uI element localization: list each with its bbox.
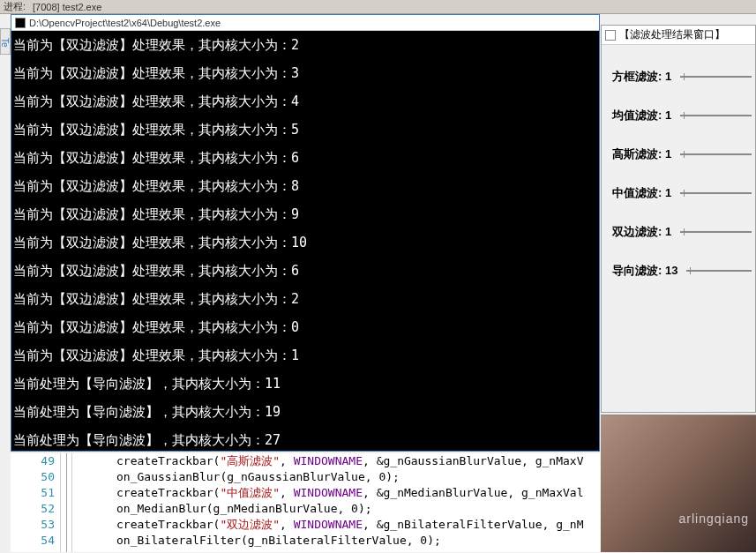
trackbar-label: 中值滤波: 1: [612, 185, 675, 201]
slider-thumb-icon[interactable]: [684, 190, 685, 197]
trackbar-slider[interactable]: [686, 270, 752, 272]
line-number-gutter: 495051525354: [11, 453, 60, 552]
console-app-icon: [15, 18, 26, 28]
code-line[interactable]: createTrackbar("双边滤波", WINDOWNAME, &g_nB…: [116, 517, 583, 533]
trackbar-row: 高斯滤波: 1: [612, 135, 752, 174]
line-number: 54: [11, 533, 55, 549]
line-number: 51: [11, 485, 55, 501]
trackbar-row: 导向滤波: 13: [612, 251, 752, 290]
trackbar-label: 双边滤波: 1: [612, 224, 675, 240]
trackbar-label: 方框滤波: 1: [612, 69, 675, 85]
video-watermark: arlingqiang: [679, 512, 750, 526]
console-body[interactable]: 当前为【双边滤波】处理效果，其内核大小为：2当前为【双边滤波】处理效果，其内核大…: [11, 31, 599, 451]
left-tab[interactable]: Te: [0, 28, 11, 55]
trackbar-slider[interactable]: [680, 153, 752, 155]
trackbar-slider[interactable]: [680, 76, 752, 78]
console-line: 当前为【双边滤波】处理效果，其内核大小为：3: [11, 59, 599, 87]
slider-thumb-icon[interactable]: [684, 228, 685, 235]
trackbar-row: 方框滤波: 1: [612, 57, 752, 96]
console-line: 当前为【双边滤波】处理效果，其内核大小为：1: [11, 341, 599, 370]
code-line[interactable]: on_MedianBlur(g_nMedianBlurValue, 0);: [116, 501, 583, 517]
console-line: 当前为【双边滤波】处理效果，其内核大小为：10: [11, 228, 599, 257]
trackbar-slider[interactable]: [680, 231, 752, 233]
console-title: D:\OpencvProject\test2\x64\Debug\test2.e…: [29, 18, 221, 28]
console-line: 当前为【双边滤波】处理效果，其内核大小为：9: [11, 200, 599, 228]
console-line: 当前为【双边滤波】处理效果，其内核大小为：8: [11, 172, 599, 200]
slider-thumb-icon[interactable]: [690, 267, 691, 274]
trackbar-rows: 方框滤波: 1 均值滤波: 1 高斯滤波: 1 中值滤波: 1 双边滤波: 1 …: [602, 45, 755, 294]
console-line: 当前为【双边滤波】处理效果，其内核大小为：6: [11, 257, 599, 285]
process-label: 进程:: [4, 0, 26, 13]
trackbar-label: 导向滤波: 13: [612, 263, 681, 279]
console-line: 当前为【双边滤波】处理效果，其内核大小为：0: [11, 313, 599, 341]
slider-thumb-icon[interactable]: [684, 151, 685, 158]
code-line[interactable]: on_GaussianBlur(g_nGaussianBlurValue, 0)…: [116, 469, 583, 485]
code-line[interactable]: createTrackbar("高斯滤波", WINDOWNAME, &g_nG…: [116, 453, 583, 469]
trackbar-slider[interactable]: [680, 115, 752, 116]
trackbar-label: 均值滤波: 1: [612, 108, 675, 123]
top-toolbar: 进程: [7008] test2.exe: [0, 0, 756, 14]
console-line: 当前为【双边滤波】处理效果，其内核大小为：5: [11, 116, 599, 144]
console-line: 当前为【双边滤波】处理效果，其内核大小为：6: [11, 144, 599, 172]
trackbar-window: 【滤波处理结果窗口】 方框滤波: 1 均值滤波: 1 高斯滤波: 1 中值滤波:…: [601, 25, 756, 413]
line-number: 50: [11, 469, 55, 485]
video-preview: arlingqiang: [601, 415, 756, 552]
opencv-window-icon: [605, 30, 616, 41]
console-line: 当前处理为【导向滤波】，其内核大小为：27: [11, 426, 599, 451]
line-number: 49: [11, 453, 55, 469]
trackbar-label: 高斯滤波: 1: [612, 146, 675, 162]
code-line[interactable]: on_BilateralFilter(g_nBilateralFilterVal…: [116, 533, 583, 549]
console-line: 当前处理为【导向滤波】，其内核大小为：11: [11, 370, 599, 398]
trackbar-title: 【滤波处理结果窗口】: [619, 27, 725, 42]
trackbar-titlebar[interactable]: 【滤波处理结果窗口】: [602, 26, 755, 45]
console-line: 当前为【双边滤波】处理效果，其内核大小为：2: [11, 31, 599, 59]
trackbar-row: 均值滤波: 1: [612, 96, 752, 135]
line-number: 53: [11, 517, 55, 533]
console-window: D:\OpencvProject\test2\x64\Debug\test2.e…: [11, 14, 600, 452]
fold-column[interactable]: [60, 453, 72, 552]
code-line[interactable]: createTrackbar("中值滤波", WINDOWNAME, &g_nM…: [116, 485, 583, 501]
line-number: 52: [11, 501, 55, 517]
trackbar-slider[interactable]: [680, 192, 752, 194]
console-line: 当前为【双边滤波】处理效果，其内核大小为：2: [11, 285, 599, 313]
code-lines[interactable]: createTrackbar("高斯滤波", WINDOWNAME, &g_nG…: [72, 453, 583, 552]
trackbar-row: 中值滤波: 1: [612, 174, 752, 213]
trackbar-row: 双边滤波: 1: [612, 213, 752, 251]
slider-thumb-icon[interactable]: [684, 112, 685, 119]
code-editor[interactable]: 495051525354 createTrackbar("高斯滤波", WIND…: [11, 453, 600, 552]
process-value: [7008] test2.exe: [33, 2, 101, 12]
console-line: 当前处理为【导向滤波】，其内核大小为：19: [11, 398, 599, 426]
slider-thumb-icon[interactable]: [684, 73, 685, 80]
console-titlebar[interactable]: D:\OpencvProject\test2\x64\Debug\test2.e…: [11, 15, 599, 31]
console-line: 当前为【双边滤波】处理效果，其内核大小为：4: [11, 87, 599, 116]
